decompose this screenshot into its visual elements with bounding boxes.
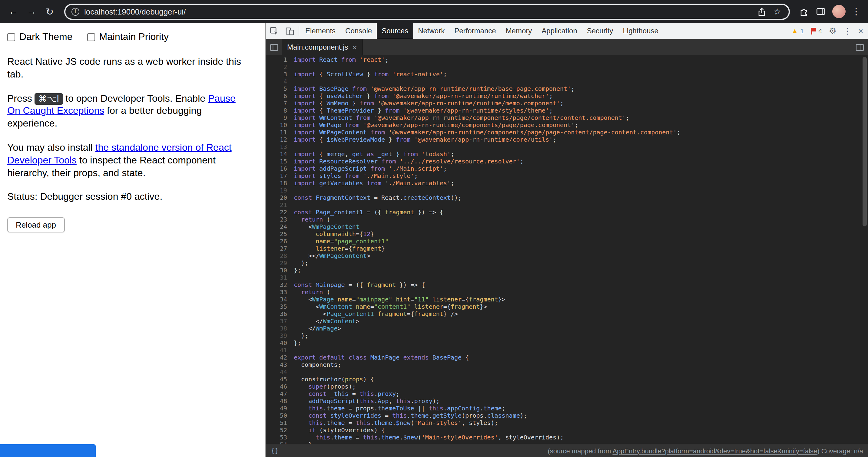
maintain-priority-checkbox[interactable]: [87, 33, 95, 41]
forward-button[interactable]: →: [23, 3, 40, 20]
source-map-link[interactable]: AppEntry.bundle?platform=android&dev=tru…: [612, 447, 817, 454]
code-line[interactable]: const Mainpage = ({ fragment }) => {: [294, 282, 868, 289]
line-number[interactable]: 12: [266, 136, 287, 143]
devtools-tab-performance[interactable]: Performance: [450, 23, 501, 39]
code-line[interactable]: <Page_content1 fragment={fragment} />: [294, 311, 868, 318]
line-number[interactable]: 17: [266, 172, 287, 180]
line-number[interactable]: 18: [266, 180, 287, 187]
line-number[interactable]: 14: [266, 151, 287, 158]
line-number[interactable]: 20: [266, 194, 287, 202]
line-number[interactable]: 40: [266, 339, 287, 347]
devtools-tab-network[interactable]: Network: [413, 23, 450, 39]
code-line[interactable]: <WmPageContent: [294, 223, 868, 231]
code-line[interactable]: components;: [294, 361, 868, 369]
code-line[interactable]: addPageScript(this.App, this.proxy);: [294, 398, 868, 405]
code-line[interactable]: if (styleOverrides) {: [294, 427, 868, 434]
dark-theme-checkbox[interactable]: [7, 33, 15, 41]
line-number[interactable]: 5: [266, 85, 287, 93]
code-line[interactable]: };: [294, 339, 868, 347]
code-line[interactable]: import { isWebPreviewMode } from '@wavem…: [294, 136, 868, 143]
code-line[interactable]: import { useWatcher } from '@wavemaker/a…: [294, 93, 868, 100]
code-line[interactable]: constructor(props) {: [294, 376, 868, 383]
line-number[interactable]: 35: [266, 303, 287, 311]
code-line[interactable]: };: [294, 267, 868, 274]
code-line[interactable]: import React from 'react';: [294, 56, 868, 64]
devtools-tab-console[interactable]: Console: [340, 23, 377, 39]
line-number[interactable]: 54: [266, 441, 287, 444]
code-line[interactable]: import BasePage from '@wavemaker/app-rn-…: [294, 85, 868, 93]
code-line[interactable]: );: [294, 332, 868, 339]
code-line[interactable]: columnwidth={12}: [294, 231, 868, 238]
line-number[interactable]: 47: [266, 390, 287, 398]
code-line[interactable]: const FragmentContext = React.createCont…: [294, 194, 868, 202]
back-button[interactable]: ←: [5, 3, 22, 20]
line-number-gutter[interactable]: 1234567891011121314151617181920212223242…: [266, 55, 290, 444]
line-number[interactable]: 26: [266, 238, 287, 245]
line-number[interactable]: 38: [266, 325, 287, 332]
line-number[interactable]: 6: [266, 93, 287, 100]
line-number[interactable]: 25: [266, 231, 287, 238]
line-number[interactable]: 42: [266, 354, 287, 361]
code-line[interactable]: );: [294, 260, 868, 267]
code-line[interactable]: <WmContent name="content1" listener={fra…: [294, 303, 868, 311]
line-number[interactable]: 49: [266, 405, 287, 412]
line-number[interactable]: 24: [266, 223, 287, 231]
file-tab-main-component[interactable]: Main.component.js ×: [282, 39, 363, 55]
line-number[interactable]: 22: [266, 209, 287, 216]
code-line[interactable]: </WmPage>: [294, 325, 868, 332]
pretty-print-button[interactable]: {}: [271, 447, 279, 455]
browser-menu-icon[interactable]: ⋮: [851, 6, 861, 17]
show-debugger-sidebar-icon[interactable]: [855, 39, 868, 55]
line-number[interactable]: 48: [266, 398, 287, 405]
code-line[interactable]: listener={fragment}: [294, 245, 868, 252]
line-number[interactable]: 29: [266, 260, 287, 267]
code-line[interactable]: [294, 64, 868, 71]
devtools-tab-security[interactable]: Security: [582, 23, 618, 39]
code-line[interactable]: import { merge, get as _get } from 'loda…: [294, 151, 868, 158]
code-line[interactable]: return (: [294, 289, 868, 296]
code-line[interactable]: name="page_content1": [294, 238, 868, 245]
line-number[interactable]: 9: [266, 115, 287, 122]
inspect-element-icon[interactable]: [266, 23, 282, 39]
code-line[interactable]: import WmContent from '@wavemaker/app-rn…: [294, 115, 868, 122]
code-line[interactable]: this.theme = this.theme.$new('Main-style…: [294, 420, 868, 427]
code-line[interactable]: [294, 347, 868, 354]
line-number[interactable]: 10: [266, 122, 287, 129]
devtools-tab-memory[interactable]: Memory: [501, 23, 537, 39]
line-number[interactable]: 7: [266, 100, 287, 107]
code-line[interactable]: [294, 202, 868, 209]
line-number[interactable]: 28: [266, 252, 287, 260]
code-line[interactable]: [294, 78, 868, 85]
devtools-settings-gear-icon[interactable]: ⚙: [829, 26, 837, 36]
devtools-menu-icon[interactable]: ⋮: [843, 26, 851, 36]
line-number[interactable]: 33: [266, 289, 287, 296]
code-content[interactable]: import React from 'react'; import { Scro…: [290, 55, 868, 444]
line-number[interactable]: 1: [266, 56, 287, 64]
editor-scrollbar[interactable]: [863, 57, 867, 226]
code-line[interactable]: return (: [294, 216, 868, 223]
url-text[interactable]: localhost:19000/debugger-ui/: [84, 7, 751, 16]
line-number[interactable]: 2: [266, 64, 287, 71]
side-panel-icon[interactable]: [815, 6, 826, 17]
profile-avatar[interactable]: [832, 5, 845, 18]
code-line[interactable]: super(props);: [294, 383, 868, 390]
code-line[interactable]: import styles from './Main.style';: [294, 172, 868, 180]
show-navigator-icon[interactable]: [266, 39, 282, 55]
code-line[interactable]: import getVariables from './Main.variabl…: [294, 180, 868, 187]
share-icon[interactable]: [756, 6, 767, 17]
file-tab-close-icon[interactable]: ×: [352, 43, 357, 52]
line-number[interactable]: 45: [266, 376, 287, 383]
line-number[interactable]: 23: [266, 216, 287, 223]
line-number[interactable]: 41: [266, 347, 287, 354]
line-number[interactable]: 4: [266, 78, 287, 85]
line-number[interactable]: 46: [266, 383, 287, 390]
line-number[interactable]: 21: [266, 202, 287, 209]
devtools-tab-application[interactable]: Application: [537, 23, 582, 39]
line-number[interactable]: 36: [266, 311, 287, 318]
devtools-close-icon[interactable]: ×: [858, 26, 863, 36]
code-line[interactable]: import WmPage from '@wavemaker/app-rn-ru…: [294, 122, 868, 129]
code-line[interactable]: </WmContent>: [294, 318, 868, 325]
code-line[interactable]: ></WmPageContent>: [294, 252, 868, 260]
code-line[interactable]: import ResourceResolver from '../../reso…: [294, 158, 868, 165]
line-number[interactable]: 11: [266, 129, 287, 136]
